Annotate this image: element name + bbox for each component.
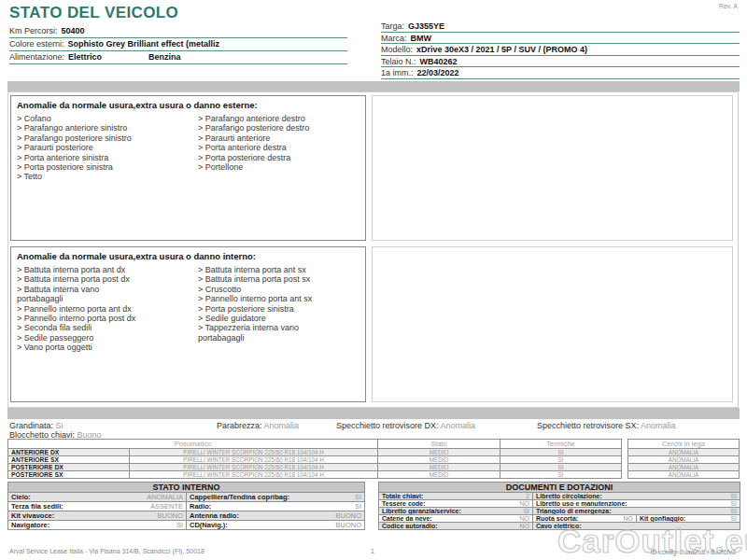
kv-cell: CD(Navig.):BUONO (187, 521, 365, 530)
divider-band-bottom (7, 408, 740, 419)
field-value: xDrive 30eX3 / 2021 / 5P / SUV / (PROMO … (416, 45, 587, 54)
kv-value: SI (730, 508, 737, 514)
anomaly-item: > Seconda fila sedili (17, 323, 198, 332)
kv-label: Cavo elettrico: (536, 523, 582, 529)
field-label: Targa: (381, 21, 404, 31)
tyre-description: PIRELLI WINTER SCORPION 225/60 R18 104/1… (130, 471, 378, 479)
kv-label: Totale chiavi: (382, 493, 423, 499)
kv-value: BUONO (335, 521, 361, 529)
field-telaio: Telaio N.:WB40262 (381, 56, 740, 68)
anomaly-item: > Battuta interna porta post dx (17, 274, 198, 284)
kv-cell: Libretto garanzia/service:SI (379, 508, 533, 515)
documenti-row: Libretto garanzia/service:SI Triangolo d… (379, 508, 740, 515)
anomaly-item: > Porta posteriore sinistra (17, 162, 198, 172)
tyre-position: ANTERIORE SX (8, 456, 130, 464)
kv-label: Cappelliera/Tendina copribag: (190, 493, 289, 501)
anomaly-item: > Battuta interna vano portabagagli (17, 285, 198, 304)
anomaly-item: > Parafango posteriore sinistro (17, 133, 198, 143)
cerchi-row: ANOMALIA (628, 464, 740, 471)
documenti-dotazioni-table: DOCUMENTI E DOTAZIONI Totale chiavi:2 Li… (378, 482, 740, 530)
kv-cell: Codice autoradio:NO (379, 523, 533, 530)
cerchi-value: ANOMALIA (628, 449, 740, 456)
cerchi-header: Cerchi in lega (628, 440, 740, 449)
kv-cell: Radio:SI (187, 502, 365, 511)
kv-cell: Cavo elettrico: (533, 523, 740, 530)
documenti-row: Codice autoradio:NO Cavo elettrico: (379, 523, 740, 530)
kv-value: SI (523, 508, 529, 514)
field-label: Km Percorsi: (9, 26, 58, 35)
internal-anomalies-box: Anomalie da normale usura,extra usura o … (10, 246, 366, 402)
tyre-stato: MEDIO (378, 449, 500, 456)
kv-value: ANOMALIA (147, 493, 183, 501)
tyre-position: POSTERIORE DX (8, 464, 130, 471)
condition-specchietto-sx: Specchietto retrovisore SX: Anomalia (537, 421, 676, 430)
header-right-fields: Targa:GJ355YE Marca:BMW Modello:xDrive 3… (381, 21, 740, 79)
documenti-row: Totale chiavi:2 Libretto circolazione:SI (379, 493, 740, 500)
anomaly-item: > Sedile guidatore (198, 314, 359, 323)
kv-cell: Libretto uso e manutenzione:SI (533, 500, 740, 508)
cerchi-row: ANOMALIA (628, 456, 740, 464)
kv-label: Codice autoradio: (382, 523, 438, 529)
field-alimentazione: Alimentazione:ElettricoBenzina (9, 51, 347, 64)
tyres-table: Pneumatico Stato Termiche ANTERIORE DX P… (7, 439, 622, 479)
kv-cell: Kit gonfiaggio:SI (637, 515, 740, 523)
field-label: Modello: (381, 45, 413, 54)
condition-grandinata: Grandinata: Si (9, 421, 63, 430)
kv-value: 2 (526, 493, 529, 499)
kv-value: SI (355, 493, 361, 501)
condition-label: Specchietto retrovisore DX: (336, 421, 439, 430)
internal-notes-empty-box (372, 246, 733, 402)
field-value: BMW (411, 34, 432, 43)
condition-value: Anomalia (441, 421, 476, 430)
tyre-position: ANTERIORE DX (8, 449, 130, 456)
condition-specchietto-dx: Specchietto retrovisore DX: Anomalia (336, 421, 475, 430)
tyre-description: PIRELLI WINTER SCORPION 225/60 R18 104/1… (130, 449, 378, 456)
kv-value: BUONO (335, 511, 361, 520)
kv-cell: Antenna radio:BUONO (187, 511, 365, 521)
field-km-percorsi: Km Percorsi:50400 (9, 25, 347, 38)
kv-value: NO (624, 515, 634, 522)
anomaly-item: > Porta anteriore sinistra (17, 153, 198, 162)
field-value: WB40262 (420, 57, 458, 66)
cerchi-row: ANOMALIA (628, 449, 740, 456)
kv-cell: Terza fila sedili:ASSENTE (8, 502, 187, 511)
field-targa: Targa:GJ355YE (381, 21, 740, 33)
field-modello: Modello:xDrive 30eX3 / 2021 / 5P / SUV /… (381, 44, 740, 56)
kv-label: Ruota scorta: (536, 515, 578, 522)
cerchi-value: ANOMALIA (628, 456, 740, 464)
page-title: STATO DEL VEICOLO (9, 4, 178, 22)
internal-anomalies-col-left: > Battuta interna porta ant dx > Battuta… (17, 265, 198, 353)
field-marca: Marca:BMW (381, 33, 740, 45)
field-colore-esterni: Colore esterni:Sophisto Grey Brilliant e… (9, 38, 347, 51)
anomaly-item: > Pannello interno porta ant sx (198, 294, 359, 303)
condition-value: Anomalia (641, 421, 676, 430)
anomaly-item: > Battuta interna porta ant sx (198, 265, 359, 274)
anomaly-item: > Pannello interno porta post dx (17, 314, 198, 323)
anomaly-item: > Cruscotto (198, 285, 359, 294)
tyre-termiche: SI (500, 456, 622, 464)
revision-label: Rev. A (719, 3, 738, 9)
cerchi-row: ANOMALIA (628, 471, 740, 479)
kv-value: NO (520, 523, 530, 529)
tyre-description: PIRELLI WINTER SCORPION 225/60 R18 104/1… (130, 464, 378, 471)
anomaly-item: > Tappezzeria interna vano portabagagli (198, 323, 359, 343)
kv-label: Cielo: (11, 493, 31, 501)
kv-value: SI (730, 500, 737, 507)
vehicle-status-document: Rev. A STATO DEL VEICOLO Km Percorsi:504… (0, 0, 747, 560)
anomaly-item: > Parafango posteriore destro (198, 123, 359, 133)
kv-cell: Triangolo di emergenza:SI (533, 508, 740, 515)
internal-anomalies-list: > Battuta interna porta ant dx > Battuta… (11, 264, 365, 354)
condition-label: Grandinata: (9, 421, 53, 430)
tyre-row: POSTERIORE SX PIRELLI WINTER SCORPION 22… (8, 471, 622, 479)
kv-label: Tessere code: (382, 500, 426, 507)
anomaly-item: > Porta posteriore sinistra (198, 304, 359, 314)
tyres-header-row: Pneumatico Stato Termiche (8, 440, 622, 449)
documenti-header-row: DOCUMENTI E DOTAZIONI (379, 483, 740, 493)
tyre-stato: MEDIO (378, 464, 500, 471)
kv-value: SI (730, 493, 737, 499)
field-value: 22/03/2022 (417, 68, 459, 77)
tyre-row: ANTERIORE DX PIRELLI WINTER SCORPION 225… (8, 449, 622, 456)
anomaly-item: > Parafango anteriore sinistro (17, 123, 198, 133)
field-value-fuel-2: Benzina (148, 52, 181, 62)
field-value: 50400 (62, 26, 85, 35)
